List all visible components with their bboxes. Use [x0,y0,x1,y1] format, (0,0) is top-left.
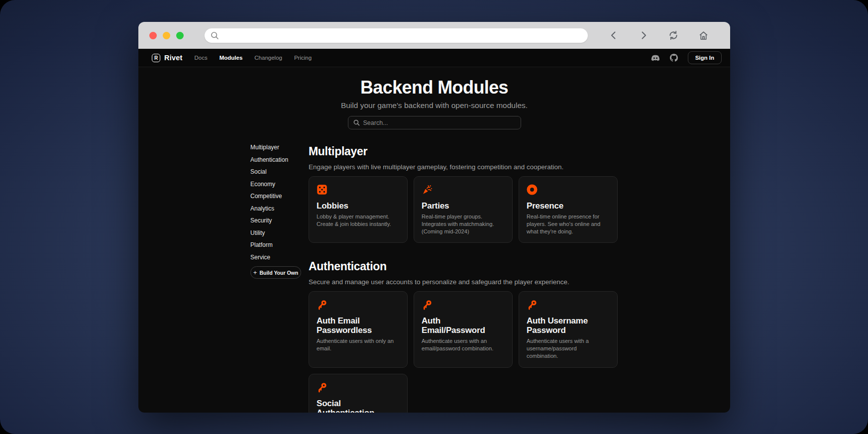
nav-links: Docs Modules Changelog Pricing [194,55,312,61]
minimize-window-button[interactable] [163,32,170,39]
module-card-social-auth-provider[interactable]: Social Authentication Provider Authentic… [309,374,408,413]
nav-link-docs[interactable]: Docs [194,55,207,61]
sidebar-item-authentication[interactable]: Authentication [250,157,309,163]
module-card-auth-username-password[interactable]: Auth Username Password Authenticate user… [519,291,618,367]
sidebar-item-competitive[interactable]: Competitive [250,193,309,199]
module-card-lobbies[interactable]: Lobbies Lobby & player management. Creat… [309,176,408,243]
nav-right: Sign In [651,51,722,64]
github-icon[interactable] [670,54,678,62]
sidebar-item-service[interactable]: Service [250,254,309,260]
module-card-description: Real-time online presence for players. S… [527,213,610,235]
site-navbar: R Rivet Docs Modules Changelog Pricing S… [138,49,730,67]
page-content: Backend Modules Build your game's backen… [138,67,730,413]
section-authentication: Authentication Secure and manage user ac… [309,259,618,413]
sign-in-button[interactable]: Sign In [688,51,722,64]
build-your-own-button[interactable]: + Build Your Own [250,266,301,279]
sidebar-item-platform[interactable]: Platform [250,242,309,248]
module-card-title: Auth Email Passwordless [317,316,400,335]
module-card-title: Auth Email/Password [422,316,505,335]
url-bar[interactable] [205,28,588,43]
circle-dot-icon [527,184,610,195]
sidebar-item-utility[interactable]: Utility [250,230,309,236]
url-input[interactable] [223,32,582,39]
content: Multiplayer Authentication Social Econom… [138,144,730,413]
module-sections: Multiplayer Engage players with live mul… [309,144,618,413]
section-multiplayer: Multiplayer Engage players with live mul… [309,144,618,243]
module-card-description: Authenticate users with only an email. [317,337,400,352]
sidebar-item-analytics[interactable]: Analytics [250,206,309,212]
section-description: Secure and manage user accounts to perso… [309,278,618,286]
browser-window: R Rivet Docs Modules Changelog Pricing S… [138,22,730,413]
section-title: Authentication [309,259,618,273]
module-card-auth-email-passwordless[interactable]: Auth Email Passwordless Authenticate use… [309,291,408,367]
module-card-title: Lobbies [317,201,400,211]
nav-link-pricing[interactable]: Pricing [294,55,312,61]
refresh-icon[interactable] [658,26,688,44]
home-icon[interactable] [688,26,718,44]
page-title: Backend Modules [138,78,730,97]
browser-toolbar [599,26,718,44]
module-card-description: Lobby & player management. Create & join… [317,213,400,228]
section-title: Multiplayer [309,144,618,158]
nav-link-changelog[interactable]: Changelog [254,55,282,61]
sidebar-item-economy[interactable]: Economy [250,181,309,187]
hero: Backend Modules Build your game's backen… [138,67,730,129]
brand-name: Rivet [164,54,182,62]
plus-icon: + [253,270,257,275]
rivet-logo-icon: R [152,54,160,62]
rivet-logo[interactable]: R Rivet [152,54,182,62]
section-description: Engage players with live multiplayer gam… [309,163,618,171]
module-card-description: Authenticate users with a username/passw… [527,337,610,359]
module-card-description: Authenticate users with an email/passwor… [422,337,505,352]
forward-icon[interactable] [629,26,658,44]
search-input[interactable] [363,119,516,126]
card-grid: Auth Email Passwordless Authenticate use… [309,291,618,413]
discord-icon[interactable] [651,54,660,62]
module-card-title: Social Authentication Provider [317,399,400,413]
module-card-title: Presence [527,201,610,211]
sidebar-item-multiplayer[interactable]: Multiplayer [250,144,309,150]
key-icon [422,299,505,310]
party-popper-icon [422,184,505,195]
module-card-presence[interactable]: Presence Real-time online presence for p… [519,176,618,243]
module-card-description: Real-time player groups. Integrates with… [422,213,505,235]
nav-link-modules[interactable]: Modules [219,55,243,61]
key-icon [317,382,400,393]
close-window-button[interactable] [149,32,157,39]
card-grid: Lobbies Lobby & player management. Creat… [309,176,618,243]
dice-icon [317,184,400,195]
page-subtitle: Build your game's backend with open-sour… [138,101,730,110]
search-icon [353,119,360,126]
back-icon[interactable] [599,26,629,44]
key-icon [317,299,400,310]
zoom-window-button[interactable] [176,32,184,39]
browser-chrome [138,22,730,49]
search-icon [211,31,219,40]
build-your-own-label: Build Your Own [259,270,298,276]
sidebar-item-security[interactable]: Security [250,217,309,223]
module-card-title: Parties [422,201,505,211]
module-card-title: Auth Username Password [527,316,610,335]
sidebar-item-social[interactable]: Social [250,169,309,175]
module-search[interactable] [348,116,521,129]
module-card-parties[interactable]: Parties Real-time player groups. Integra… [414,176,513,243]
key-icon [527,299,610,310]
module-card-auth-email-password[interactable]: Auth Email/Password Authenticate users w… [414,291,513,367]
traffic-lights [149,32,184,39]
category-sidebar: Multiplayer Authentication Social Econom… [250,144,309,413]
